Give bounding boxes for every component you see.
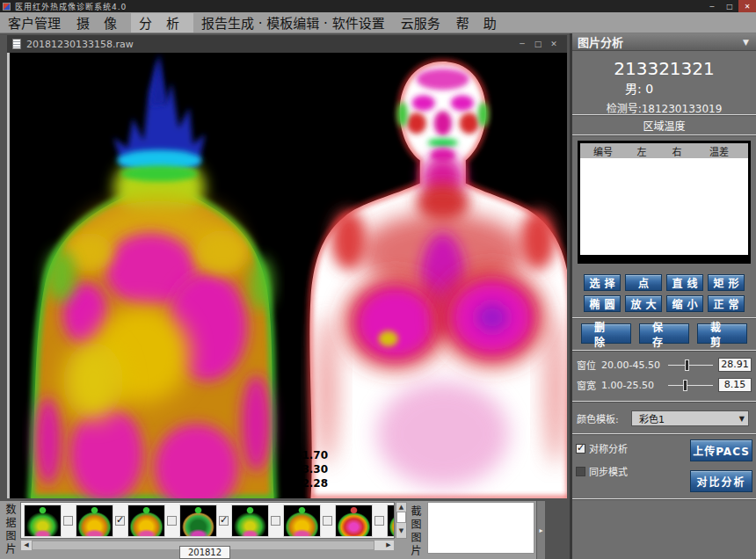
scroll-right-icon[interactable]: ▶ xyxy=(383,541,394,550)
bottom-strip: 数据图片 ▲ ▼ 截图图片 ▸ ◀ ▶ 201812 xyxy=(0,501,545,559)
window-level-label: 窗位 xyxy=(577,358,601,372)
thumbnail-cell xyxy=(179,505,231,537)
sync-mode-label: 同步模式 xyxy=(589,464,628,478)
menu-help[interactable]: 帮助 xyxy=(448,13,511,33)
save-button[interactable]: 保存 xyxy=(639,323,689,344)
menu-report-template-settings[interactable]: 报告生成 · 模板编辑 · 软件设置 xyxy=(193,13,393,33)
thumbnail-cell xyxy=(283,505,335,537)
sync-mode-checkbox[interactable] xyxy=(576,467,585,476)
thumbnail-checkbox[interactable] xyxy=(323,516,332,526)
slider-thumb[interactable] xyxy=(683,380,687,391)
thumbnail-checkbox[interactable] xyxy=(167,516,177,526)
thumbnail-cell xyxy=(127,505,179,537)
app-maximize-button[interactable]: □ xyxy=(721,0,738,12)
compare-analysis-button[interactable]: 对比分析 xyxy=(690,470,752,492)
zoom-out-button[interactable]: 缩小 xyxy=(666,295,703,312)
thermal-image-canvas[interactable]: 41.70 23.30 32.28 xyxy=(7,53,567,498)
zoom-in-button[interactable]: 放大 xyxy=(625,295,662,312)
column-header-tempdiff: 温差 xyxy=(696,144,742,158)
color-template-label: 颜色模板: xyxy=(577,411,631,425)
thumbnail-image[interactable] xyxy=(283,505,321,537)
window-level-value[interactable]: 28.91 xyxy=(718,358,752,372)
scrollbar-tooltip: 201812 xyxy=(179,546,230,559)
scroll-up-icon[interactable]: ▲ xyxy=(396,503,406,512)
column-header-right: 右 xyxy=(658,144,696,158)
thumbnail-vertical-scrollbar[interactable]: ▲ ▼ xyxy=(396,502,407,539)
document-icon xyxy=(12,39,21,49)
image-window-titlebar[interactable]: 20181230133158.raw ─ □ ✕ xyxy=(7,35,567,53)
image-window: 20181230133158.raw ─ □ ✕ xyxy=(7,35,567,498)
line-tool-button[interactable]: 直线 xyxy=(666,274,703,291)
divider xyxy=(572,114,756,116)
rectangle-tool-button[interactable]: 矩形 xyxy=(708,274,745,291)
thumbnail-checkbox[interactable] xyxy=(271,516,280,526)
menu-customer-management[interactable]: 客户管理 xyxy=(0,13,69,33)
app-titlebar: 医用红外热成像诊断系统4.0 ─ □ ✕ xyxy=(0,0,756,12)
ellipse-tool-button[interactable]: 椭圆 xyxy=(584,295,621,312)
delete-button[interactable]: 删除 xyxy=(581,323,631,344)
window-width-range: 1.00-25.50 xyxy=(601,380,668,391)
symmetry-analysis-label: 对称分析 xyxy=(589,441,628,455)
image-window-title: 20181230133158.raw xyxy=(26,39,134,50)
scroll-down-icon[interactable]: ▼ xyxy=(396,526,406,535)
thumbnail-image[interactable] xyxy=(76,505,113,537)
thumbnail-cell xyxy=(24,505,76,537)
panel-title: 图片分析 xyxy=(578,33,623,50)
window-level-slider[interactable] xyxy=(668,365,713,366)
thumbnail-checkbox[interactable] xyxy=(63,516,73,526)
crop-button[interactable]: 裁剪 xyxy=(697,323,747,344)
image-window-close-button[interactable]: ✕ xyxy=(546,37,562,51)
temp-avg: 32.28 xyxy=(293,476,328,490)
screenshot-images-label: 截图图片 xyxy=(408,505,423,558)
column-header-left: 左 xyxy=(626,144,658,158)
app-title: 医用红外热成像诊断系统4.0 xyxy=(15,1,127,12)
chevron-down-icon[interactable]: ▼ xyxy=(739,415,745,423)
color-template-select[interactable]: 彩色1 ▼ xyxy=(631,410,749,426)
vertical-scrollbar-thumb[interactable] xyxy=(396,512,406,523)
divider xyxy=(572,350,756,352)
thumbnail-image[interactable] xyxy=(24,505,62,537)
table-body xyxy=(580,158,748,255)
thermal-image xyxy=(10,53,567,498)
scroll-left-icon[interactable]: ◀ xyxy=(21,541,32,550)
thumbnail-cell xyxy=(231,505,283,537)
thumbnail-cell xyxy=(335,505,387,537)
app-close-button[interactable]: ✕ xyxy=(738,0,756,12)
screenshot-list[interactable] xyxy=(427,502,534,554)
region-temperature-title: 区域温度 xyxy=(572,118,756,133)
color-template-value: 彩色1 xyxy=(639,411,665,425)
select-tool-button[interactable]: 选择 xyxy=(584,274,621,291)
window-width-value[interactable]: 8.15 xyxy=(718,378,752,392)
app-icon xyxy=(3,3,11,11)
window-width-slider[interactable] xyxy=(668,385,713,386)
menu-cloud-service[interactable]: 云服务 xyxy=(393,13,448,33)
temp-max: 41.70 xyxy=(293,448,328,462)
symmetry-analysis-checkbox[interactable] xyxy=(576,444,585,454)
analysis-panel: 图片分析 ▼ 213321321 男: 0 检测号:181230133019 区… xyxy=(570,33,756,559)
menu-capture[interactable]: 摄像 xyxy=(69,13,131,33)
divider xyxy=(572,498,756,500)
thumbnail-checkbox[interactable] xyxy=(219,516,229,526)
thumbnail-checkbox[interactable] xyxy=(374,516,384,526)
temp-min: 23.30 xyxy=(293,462,328,476)
app-minimize-button[interactable]: ─ xyxy=(703,0,721,12)
normal-view-button[interactable]: 正常 xyxy=(708,295,745,312)
thumbnail-image[interactable] xyxy=(127,505,165,537)
window-level-range: 20.00-45.50 xyxy=(601,359,668,371)
image-window-maximize-button[interactable]: □ xyxy=(530,37,546,51)
image-window-minimize-button[interactable]: ─ xyxy=(514,37,530,51)
menu-analysis[interactable]: 分析 xyxy=(131,13,193,33)
upload-pacs-button[interactable]: 上传PACS xyxy=(690,439,752,461)
point-tool-button[interactable]: 点 xyxy=(625,274,662,291)
slider-thumb[interactable] xyxy=(685,359,689,371)
thumbnail-image[interactable] xyxy=(387,505,395,537)
exam-number: 检测号:181230133019 xyxy=(572,100,756,115)
thumbnail-image[interactable] xyxy=(335,505,373,537)
divider xyxy=(572,401,756,403)
panel-header[interactable]: 图片分析 ▼ xyxy=(572,33,756,51)
thumbnail-checkbox[interactable] xyxy=(115,516,125,526)
thumbnail-image[interactable] xyxy=(231,505,269,537)
panel-splitter-handle[interactable]: ▸ xyxy=(536,501,545,559)
thumbnail-image[interactable] xyxy=(179,505,217,537)
chevron-down-icon[interactable]: ▼ xyxy=(743,38,749,47)
